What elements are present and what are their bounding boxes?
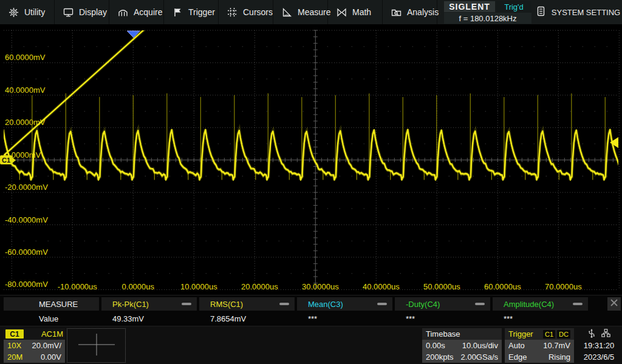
acquire-icon: [118, 7, 128, 18]
oscilloscope-screen: UtilityDisplayAcquireTriggerCursorsMeasu…: [0, 0, 622, 364]
waveform-display-area: 60.0000mV40.0000mV20.0000mV0.0000mV-20.0…: [0, 24, 622, 295]
measure-remove-button[interactable]: [573, 303, 583, 305]
timebase-rate: 2.00GSa/s: [461, 352, 498, 362]
menu-item-analysis[interactable]: Analysis: [383, 0, 437, 24]
measure-remove-button[interactable]: [182, 303, 191, 305]
timebase-sampling-row: 200kpts 2.00GSa/s: [422, 351, 502, 363]
bottom-status-bar: C1 AC1M 10X 20.0mV/ 20M 0.00V Timebase 0…: [0, 326, 622, 364]
trigger-type: Edge: [508, 352, 527, 362]
trigger-coupling-badge: DC: [557, 330, 570, 339]
channel-probe: 10X: [7, 341, 21, 350]
voltage-axis-label: -20.0000mV: [5, 183, 48, 192]
measure-column-label: Pk-Pk(C1): [101, 300, 149, 309]
measure-column-header[interactable]: Amplitude(C4): [493, 297, 588, 311]
trigger-slope: Rising: [549, 352, 570, 362]
channel-header-row: C1 AC1M: [4, 328, 65, 340]
trigger-type-row: Edge Rising: [505, 351, 574, 363]
measure-column-value: 7.8654mV: [199, 312, 295, 325]
top-menu-bar: UtilityDisplayAcquireTriggerCursorsMeasu…: [0, 0, 622, 24]
channel-c1-offset-marker[interactable]: C1: [0, 155, 12, 164]
menu-item-utility[interactable]: Utility: [0, 0, 55, 24]
trigger-source-badge: C1: [543, 330, 555, 339]
channel-name-badge: C1: [5, 329, 24, 339]
timebase-scale-row: 0.00s 10.0us/div: [422, 340, 502, 351]
measure-column-header[interactable]: RMS(C1): [199, 297, 295, 311]
system-status-panel: 19:31:20 2023/6/5: [576, 328, 622, 363]
usb-icon: [588, 329, 595, 340]
measure-column-label: Mean(C3): [297, 300, 343, 309]
measure-remove-button[interactable]: [475, 303, 485, 305]
close-icon: [610, 298, 618, 309]
measure-value-row: Value 49.33mV7.8654mV*********: [0, 312, 622, 325]
channel-coupling: AC1M: [41, 329, 63, 339]
measure-panel: MEASURE Pk-Pk(C1)RMS(C1)Mean(C3)-Duty(C4…: [0, 295, 622, 326]
measure-column-label: -Duty(C4): [395, 300, 440, 309]
clock-time: 19:31:20: [576, 340, 622, 351]
system-setting-label: SYSTEM SETTING: [552, 8, 620, 17]
measure-column-header[interactable]: -Duty(C4): [395, 297, 490, 311]
trigger-header-row: Trigger C1 DC: [505, 328, 574, 340]
menu-item-acquire[interactable]: Acquire: [109, 0, 164, 24]
trigger-status-badge: Trig'd: [496, 1, 531, 12]
measure-remove-button[interactable]: [377, 303, 387, 305]
voltage-axis-label: -40.0000mV: [5, 215, 48, 224]
channel-offset-row: 20M 0.00V: [4, 351, 65, 363]
time-axis-label: 30.0000us: [302, 282, 339, 291]
menu-item-label: Measure: [298, 7, 330, 17]
voltage-axis-label: 40.0000mV: [5, 86, 46, 95]
cursors-icon: [227, 7, 238, 18]
frequency-readout: f = 180.0128kHz: [444, 13, 531, 24]
add-channel-placeholder[interactable]: [67, 328, 126, 363]
gear-icon: [9, 7, 19, 18]
trigger-level: 10.7mV: [543, 341, 570, 350]
menu-item-display[interactable]: Display: [55, 0, 109, 24]
channel-scale-row: 10X 20.0mV/: [4, 340, 65, 351]
menu-item-label: Display: [79, 7, 107, 17]
channel-offset: 0.00V: [41, 352, 61, 362]
measure-remove-button[interactable]: [279, 303, 289, 305]
menu-item-math[interactable]: Math: [328, 0, 383, 24]
menu-item-label: Utility: [24, 7, 45, 17]
measure-column-value: ***: [493, 312, 588, 325]
waveform-display: 60.0000mV40.0000mV20.0000mV0.0000mV-20.0…: [0, 24, 622, 295]
channel-c1-panel[interactable]: C1 AC1M 10X 20.0mV/ 20M 0.00V: [4, 328, 65, 363]
time-axis-label: 70.0000us: [545, 282, 582, 291]
measure-row-label: Value: [4, 312, 99, 325]
menu-item-label: Acquire: [134, 7, 162, 17]
channel-bandwidth: 20M: [7, 352, 22, 362]
math-icon: [337, 7, 347, 18]
menu-item-cursors[interactable]: Cursors: [219, 0, 273, 24]
menu-item-trigger[interactable]: Trigger: [164, 0, 219, 24]
time-axis-label: 0.0000us: [122, 282, 155, 291]
measure-column-header[interactable]: Mean(C3): [297, 297, 392, 311]
status-icons-row: [576, 328, 622, 340]
timebase-header-row: Timebase: [422, 328, 502, 340]
clock-date: 2023/6/5: [576, 351, 622, 363]
timebase-title: Timebase: [426, 329, 460, 339]
trigger-mode: Auto: [508, 341, 525, 350]
analysis-icon: [391, 7, 402, 18]
measure-close-button[interactable]: [607, 297, 621, 311]
measure-column-header[interactable]: Pk-Pk(C1): [101, 297, 197, 311]
brand-block: SIGLENT Trig'd f = 180.0128kHz: [444, 0, 533, 24]
menu-item-label: Math: [352, 7, 371, 17]
voltage-axis-label: -80.0000mV: [5, 280, 48, 289]
measure-column-label: Amplitude(C4): [493, 300, 554, 309]
timebase-points: 200kpts: [426, 352, 454, 362]
time-axis-label: 40.0000us: [363, 282, 400, 291]
menu-items: UtilityDisplayAcquireTriggerCursorsMeasu…: [0, 0, 437, 24]
time-axis-label: 50.0000us: [423, 282, 460, 291]
menu-item-measure[interactable]: Measure: [273, 0, 328, 24]
display-icon: [63, 7, 73, 18]
menu-item-label: Analysis: [407, 7, 439, 17]
menu-item-label: Cursors: [243, 7, 273, 17]
measure-column-value: ***: [297, 312, 392, 325]
measure-icon: [282, 7, 292, 18]
timebase-delay: 0.00s: [426, 341, 445, 350]
voltage-axis-label: -60.0000mV: [5, 248, 48, 257]
measure-panel-title: MEASURE: [39, 300, 78, 309]
timebase-panel[interactable]: Timebase 0.00s 10.0us/div 200kpts 2.00GS…: [422, 328, 502, 363]
system-setting-button[interactable]: SYSTEM SETTING: [535, 0, 622, 24]
trigger-flag-icon: [173, 7, 183, 18]
trigger-panel[interactable]: Trigger C1 DC Auto 10.7mV Edge Rising: [505, 328, 574, 363]
